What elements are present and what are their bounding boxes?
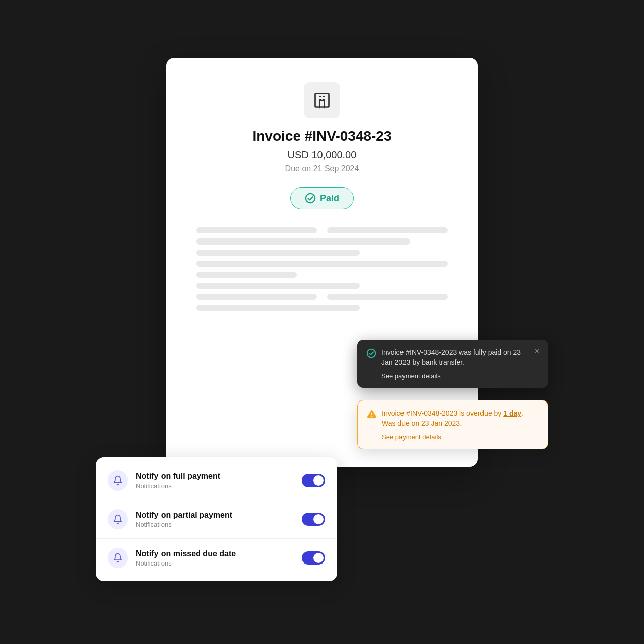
toast-overdue-notification: Invoice #INV-0348-2023 is overdue by 1 d… xyxy=(357,400,548,449)
svg-point-1 xyxy=(306,194,315,203)
toast-paid-message: Invoice #INV-0348-2023 was fully paid on… xyxy=(381,348,530,367)
notify-missed-due-date-toggle[interactable] xyxy=(302,551,325,565)
toast-overdue-link[interactable]: See payment details xyxy=(367,433,539,441)
notify-missed-due-date-subtitle: Notifications xyxy=(136,559,294,567)
toast-overdue-prefix: Invoice #INV-0348-2023 is overdue by xyxy=(382,409,503,417)
invoice-skeleton-details xyxy=(196,227,448,311)
notify-missed-due-date-item: Notify on missed due date Notifications xyxy=(96,539,337,577)
svg-point-2 xyxy=(367,349,376,358)
notify-full-payment-text: Notify on full payment Notifications xyxy=(136,472,294,490)
bell-icon-partial xyxy=(108,509,128,529)
notify-missed-due-date-title: Notify on missed due date xyxy=(136,549,294,558)
notify-full-payment-toggle[interactable] xyxy=(302,474,325,487)
notify-full-payment-subtitle: Notifications xyxy=(136,482,294,490)
invoice-amount: USD 10,000.00 xyxy=(196,149,448,161)
bell-icon-full xyxy=(108,470,128,491)
notify-full-payment-item: Notify on full payment Notifications xyxy=(96,461,337,500)
notify-partial-payment-title: Notify on partial payment xyxy=(136,511,294,520)
notify-missed-due-date-text: Notify on missed due date Notifications xyxy=(136,549,294,567)
notify-partial-payment-subtitle: Notifications xyxy=(136,521,294,528)
notify-partial-payment-toggle[interactable] xyxy=(302,513,325,526)
building-icon xyxy=(304,82,340,118)
toast-overdue-amount: 1 day xyxy=(503,409,521,417)
toast-paid-link[interactable]: See payment details xyxy=(366,372,539,380)
invoice-icon-wrapper xyxy=(196,82,448,118)
toast-paid-notification: Invoice #INV-0348-2023 was fully paid on… xyxy=(357,340,548,388)
notify-partial-payment-text: Notify on partial payment Notifications xyxy=(136,511,294,528)
notifications-panel: Notify on full payment Notifications Not… xyxy=(96,457,337,581)
warning-icon xyxy=(367,409,377,419)
bell-icon-missed xyxy=(108,548,128,568)
invoice-due-date: Due on 21 Sep 2024 xyxy=(196,164,448,173)
paid-label: Paid xyxy=(320,193,339,204)
toast-check-icon xyxy=(366,348,376,358)
toast-close-button[interactable]: × xyxy=(535,347,539,356)
invoice-title: Invoice #INV-0348-23 xyxy=(196,128,448,144)
notify-partial-payment-item: Notify on partial payment Notifications xyxy=(96,500,337,539)
notify-full-payment-title: Notify on full payment xyxy=(136,472,294,481)
toast-overdue-message: Invoice #INV-0348-2023 is overdue by 1 d… xyxy=(382,409,539,428)
paid-status-badge: Paid xyxy=(290,187,354,209)
